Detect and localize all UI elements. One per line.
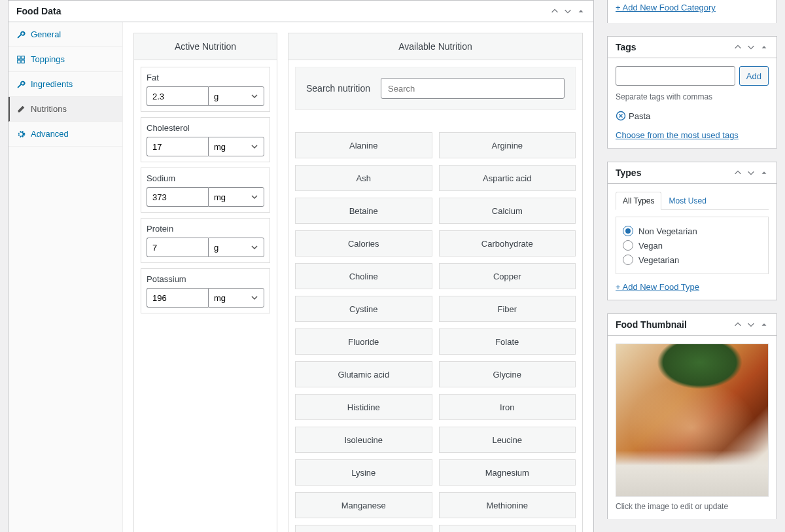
tag-label: Pasta — [629, 111, 650, 121]
nutrition-chip[interactable]: Ash — [295, 165, 432, 191]
nutrition-search-row: Search nutrition — [295, 67, 576, 110]
chevron-up-icon[interactable] — [733, 168, 742, 177]
nutrition-chip[interactable]: Calories — [295, 230, 432, 257]
active-nutrition-column: Active Nutrition FatgCholesterolmgSodium… — [133, 33, 277, 532]
nutrition-unit-select[interactable]: mg — [208, 137, 264, 156]
nutrition-unit-select[interactable]: mg — [208, 288, 264, 308]
caret-up-icon[interactable] — [759, 320, 769, 329]
types-title: Types — [616, 168, 641, 178]
type-option[interactable]: Vegetarian — [623, 253, 761, 267]
nutrition-chip[interactable]: Leucine — [439, 427, 576, 453]
nutrition-chip[interactable]: Isoleucine — [295, 427, 432, 453]
nutrition-label: Cholesterol — [147, 123, 264, 133]
type-option-label: Non Vegetarian — [638, 226, 697, 236]
caret-up-icon[interactable] — [576, 7, 585, 16]
chevron-up-icon[interactable] — [733, 43, 742, 52]
tags-add-button[interactable]: Add — [739, 66, 769, 86]
chevron-up-icon[interactable] — [550, 7, 559, 16]
radio-icon — [623, 255, 633, 265]
types-tab-all[interactable]: All Types — [616, 192, 661, 210]
sidebar-item-ingredients[interactable]: Ingredients — [9, 72, 122, 97]
sidebar-item-general[interactable]: General — [9, 22, 122, 47]
active-nutrition-item: Cholesterolmg — [141, 117, 270, 162]
types-tab-most-used[interactable]: Most Used — [661, 192, 713, 210]
tags-input[interactable] — [616, 66, 735, 86]
sidebar-item-label: Ingredients — [31, 79, 73, 89]
food-data-header: Food Data — [9, 1, 593, 22]
nutrition-chip[interactable]: Cystine — [295, 296, 432, 322]
thumbnail-panel: Food Thumbnail Click the image to edit o… — [607, 313, 777, 519]
caret-up-icon[interactable] — [759, 43, 769, 52]
caret-up-icon[interactable] — [759, 168, 769, 177]
chevron-down-icon[interactable] — [563, 7, 572, 16]
type-option[interactable]: Non Vegetarian — [623, 224, 761, 238]
pencil-icon — [16, 105, 26, 114]
nutrition-chip[interactable]: Aspartic acid — [439, 165, 576, 191]
available-nutrition-column: Available Nutrition Search nutrition Ala… — [288, 33, 583, 532]
choose-tags-link[interactable]: Choose from the most used tags — [616, 130, 739, 140]
types-list: Non VegetarianVeganVegetarian — [616, 217, 769, 274]
available-nutrition-header: Available Nutrition — [288, 33, 582, 60]
chevron-down-icon[interactable] — [746, 43, 756, 52]
nutrition-search-input[interactable] — [381, 78, 565, 99]
nutrition-unit-select[interactable]: g — [208, 86, 264, 106]
nutrition-chip[interactable]: Arginine — [439, 132, 576, 158]
nutrition-value-input[interactable] — [147, 86, 208, 106]
type-option[interactable]: Vegan — [623, 238, 761, 253]
food-data-tabs: GeneralToppingsIngredientsNutritionsAdva… — [9, 22, 123, 532]
sidebar-item-nutritions[interactable]: Nutritions — [9, 97, 122, 122]
grid-icon — [16, 55, 26, 64]
sidebar-item-label: Nutritions — [31, 104, 67, 114]
add-food-category-link[interactable]: + Add New Food Category — [616, 3, 716, 12]
tag-list: Pasta — [616, 111, 769, 130]
nutrition-chip[interactable]: Histidine — [295, 394, 432, 420]
tags-title: Tags — [616, 42, 637, 52]
nutrition-chip[interactable]: Monounsaturated fatty acids — [295, 525, 432, 532]
available-nutrition-grid: AlanineArginineAshAspartic acidBetaineCa… — [295, 132, 576, 532]
remove-tag-icon[interactable] — [616, 111, 626, 121]
sidebar-item-advanced[interactable]: Advanced — [9, 122, 122, 147]
nutrition-search-label: Search nutrition — [306, 83, 370, 94]
nutrition-label: Fat — [147, 73, 264, 82]
chevron-down-icon[interactable] — [746, 168, 756, 177]
nutrition-chip[interactable]: Iron — [439, 394, 576, 420]
nutrition-chip[interactable]: Copper — [439, 263, 576, 289]
nutrition-chip[interactable]: Fiber — [439, 296, 576, 322]
nutrition-chip[interactable]: Methionine — [439, 492, 576, 518]
nutrition-chip[interactable]: Alanine — [295, 132, 432, 158]
tags-panel: Tags Add Separate tags with commas Pasta… — [607, 36, 777, 149]
active-nutrition-item: Proteing — [141, 218, 270, 263]
active-nutrition-item: Fatg — [141, 67, 270, 112]
nutrition-chip[interactable]: Choline — [295, 263, 432, 289]
nutritions-tab-content: Active Nutrition FatgCholesterolmgSodium… — [123, 22, 593, 532]
nutrition-value-input[interactable] — [147, 288, 208, 308]
nutrition-chip[interactable]: Glutamic acid — [295, 361, 432, 387]
nutrition-chip[interactable]: Fluoride — [295, 328, 432, 355]
nutrition-chip[interactable]: Glycine — [439, 361, 576, 387]
nutrition-chip[interactable]: Folate — [439, 328, 576, 355]
chevron-up-icon[interactable] — [733, 320, 742, 329]
nutrition-label: Potassium — [147, 274, 264, 284]
nutrition-unit-select[interactable]: g — [208, 238, 264, 257]
sidebar-item-label: General — [31, 29, 61, 39]
food-thumbnail-image[interactable] — [616, 344, 769, 497]
nutrition-value-input[interactable] — [147, 238, 208, 257]
food-data-panel: Food Data GeneralToppingsIngredientsNutr… — [8, 0, 594, 532]
nutrition-value-input[interactable] — [147, 137, 208, 156]
nutrition-chip[interactable]: Niacin — [439, 525, 576, 532]
nutrition-chip[interactable]: Betaine — [295, 198, 432, 224]
nutrition-unit-select[interactable]: mg — [208, 187, 264, 207]
wrench-icon — [16, 30, 26, 39]
chevron-down-icon[interactable] — [746, 320, 756, 329]
nutrition-chip[interactable]: Lysine — [295, 459, 432, 486]
tags-hint: Separate tags with commas — [616, 92, 769, 101]
nutrition-value-input[interactable] — [147, 187, 208, 207]
wrench-icon — [16, 80, 26, 89]
sidebar-item-toppings[interactable]: Toppings — [9, 47, 122, 72]
nutrition-chip[interactable]: Magnesium — [439, 459, 576, 486]
active-nutrition-header: Active Nutrition — [134, 33, 277, 60]
nutrition-chip[interactable]: Carbohydrate — [439, 230, 576, 257]
nutrition-chip[interactable]: Calcium — [439, 198, 576, 224]
add-food-type-link[interactable]: + Add New Food Type — [616, 282, 699, 292]
nutrition-chip[interactable]: Manganese — [295, 492, 432, 518]
